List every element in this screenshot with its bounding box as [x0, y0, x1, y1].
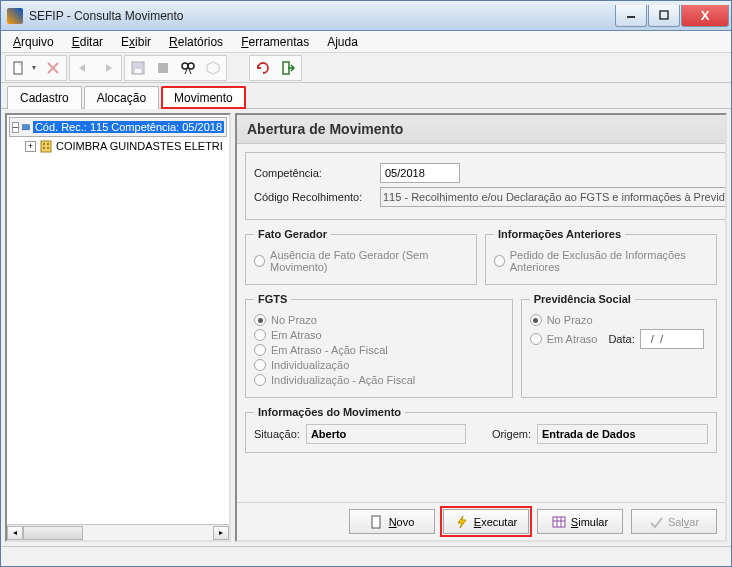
- minimize-button[interactable]: [615, 5, 647, 27]
- origem-value: Entrada de Dados: [537, 424, 708, 444]
- tool-refresh[interactable]: [251, 57, 275, 79]
- tree-hscroll[interactable]: ◂ ▸: [7, 524, 229, 540]
- svg-rect-16: [47, 143, 49, 145]
- button-bar: Novo Executar Simular Salvar: [237, 502, 725, 540]
- lightning-icon: [455, 515, 469, 529]
- svg-point-9: [188, 63, 194, 69]
- fato-gerador-legend: Fato Gerador: [254, 228, 331, 240]
- tool-new-drop[interactable]: ▾: [32, 63, 40, 72]
- salvar-button: Salvar: [631, 509, 717, 534]
- svg-rect-18: [47, 147, 49, 149]
- scroll-track[interactable]: [23, 526, 213, 540]
- svg-rect-7: [158, 63, 168, 73]
- situacao-value: Aberto: [306, 424, 466, 444]
- tree-item-label: COIMBRA GUINDASTES ELETRI: [56, 140, 223, 152]
- tree-panel[interactable]: – Cód. Rec.: 115 Competência: 05/2018 + …: [5, 113, 231, 542]
- menu-ajuda[interactable]: Ajuda: [319, 32, 366, 52]
- svg-rect-19: [372, 516, 380, 528]
- close-button[interactable]: X: [681, 5, 729, 27]
- window-title: SEFIP - Consulta Movimento: [29, 9, 614, 23]
- scroll-right-button[interactable]: ▸: [213, 526, 229, 540]
- radio-label: Pedido de Exclusão de Informações Anteri…: [510, 249, 708, 273]
- menu-arquivo[interactable]: Arquivo: [5, 32, 62, 52]
- menu-exibir[interactable]: Exibir: [113, 32, 159, 52]
- menu-relatorios[interactable]: Relatórios: [161, 32, 231, 52]
- expand-icon[interactable]: +: [25, 141, 36, 152]
- radio-fato-ausencia: Ausência de Fato Gerador (Sem Movimento): [254, 249, 468, 273]
- radio-fgts-indiv-fiscal: Individualização - Ação Fiscal: [254, 374, 504, 386]
- radio-prev-no-prazo: No Prazo: [530, 314, 708, 326]
- radio-prev-atraso: Em Atraso Data:: [530, 329, 708, 349]
- fieldset-cabecalho: Competência: Código Recolhimento: 115 - …: [245, 152, 725, 220]
- maximize-button[interactable]: [648, 5, 680, 27]
- tool-redo: [96, 57, 120, 79]
- tab-row: Cadastro Alocação Movimento: [1, 83, 731, 108]
- svg-line-11: [189, 69, 191, 74]
- prev-data-input: [640, 329, 704, 349]
- svg-rect-6: [135, 69, 141, 73]
- document-icon: [370, 515, 384, 529]
- tool-undo: [71, 57, 95, 79]
- cod-recolhimento-text: 115 - Recolhimento e/ou Declaração ao FG…: [383, 191, 725, 203]
- tab-alocacao[interactable]: Alocação: [84, 86, 159, 109]
- app-window: SEFIP - Consulta Movimento X Arquivo Edi…: [0, 0, 732, 567]
- titlebar: SEFIP - Consulta Movimento X: [1, 1, 731, 31]
- competencia-label: Competência:: [254, 167, 374, 179]
- fieldset-info-movimento: Informações do Movimento Situação: Abert…: [245, 406, 717, 453]
- form-panel: Abertura de Movimento Competência: Códig…: [235, 113, 727, 542]
- info-mov-legend: Informações do Movimento: [254, 406, 405, 418]
- radio-label: Ausência de Fato Gerador (Sem Movimento): [270, 249, 468, 273]
- fieldset-fato-gerador: Fato Gerador Ausência de Fato Gerador (S…: [245, 228, 477, 285]
- tool-save: [126, 57, 150, 79]
- check-icon: [649, 515, 663, 529]
- executar-button[interactable]: Executar: [443, 509, 529, 534]
- svg-rect-15: [43, 143, 45, 145]
- folder-icon: [22, 120, 30, 134]
- svg-rect-14: [41, 141, 51, 152]
- close-icon: X: [701, 8, 710, 23]
- tool-delete: [41, 57, 65, 79]
- svg-rect-1: [660, 11, 668, 19]
- radio-fgts-atraso-fiscal: Em Atraso - Ação Fiscal: [254, 344, 504, 356]
- tool-new[interactable]: [7, 57, 31, 79]
- tool-stop: [151, 57, 175, 79]
- tree-item-empresa[interactable]: + COIMBRA GUINDASTES ELETRI: [9, 137, 227, 155]
- simular-button[interactable]: Simular: [537, 509, 623, 534]
- collapse-icon[interactable]: –: [12, 122, 19, 133]
- tool-find[interactable]: [176, 57, 200, 79]
- building-icon: [39, 139, 53, 153]
- menu-editar[interactable]: Editar: [64, 32, 111, 52]
- radio-info-exclusao: Pedido de Exclusão de Informações Anteri…: [494, 249, 708, 273]
- cod-recolhimento-select[interactable]: 115 - Recolhimento e/ou Declaração ao FG…: [380, 187, 725, 207]
- svg-rect-17: [43, 147, 45, 149]
- svg-rect-13: [23, 125, 30, 130]
- scroll-left-button[interactable]: ◂: [7, 526, 23, 540]
- prev-data-label: Data:: [608, 333, 634, 345]
- form-title: Abertura de Movimento: [237, 115, 725, 144]
- radio-fgts-atraso: Em Atraso: [254, 329, 504, 341]
- toolbar: ▾: [1, 53, 731, 83]
- info-ant-legend: Informações Anteriores: [494, 228, 625, 240]
- radio-fgts-indiv: Individualização: [254, 359, 504, 371]
- svg-rect-20: [553, 517, 565, 527]
- tree-root-movimento[interactable]: – Cód. Rec.: 115 Competência: 05/2018: [9, 117, 227, 137]
- tool-exit[interactable]: [276, 57, 300, 79]
- menubar: Arquivo Editar Exibir Relatórios Ferrame…: [1, 31, 731, 53]
- origem-label: Origem:: [492, 428, 531, 440]
- menu-ferramentas[interactable]: Ferramentas: [233, 32, 317, 52]
- competencia-input[interactable]: [380, 163, 460, 183]
- cod-recolhimento-label: Código Recolhimento:: [254, 191, 374, 203]
- radio-fgts-no-prazo: No Prazo: [254, 314, 504, 326]
- table-icon: [552, 515, 566, 529]
- situacao-label: Situação:: [254, 428, 300, 440]
- tab-cadastro[interactable]: Cadastro: [7, 86, 82, 109]
- novo-button[interactable]: Novo: [349, 509, 435, 534]
- statusbar: [1, 546, 731, 566]
- tab-movimento[interactable]: Movimento: [161, 86, 246, 109]
- tree-root-label: Cód. Rec.: 115 Competência: 05/2018: [33, 121, 224, 133]
- prev-legend: Previdência Social: [530, 293, 635, 305]
- fieldset-fgts: FGTS No Prazo Em Atraso Em Atraso - Ação…: [245, 293, 513, 398]
- window-controls: X: [614, 5, 729, 27]
- fgts-legend: FGTS: [254, 293, 291, 305]
- scroll-thumb[interactable]: [23, 526, 83, 540]
